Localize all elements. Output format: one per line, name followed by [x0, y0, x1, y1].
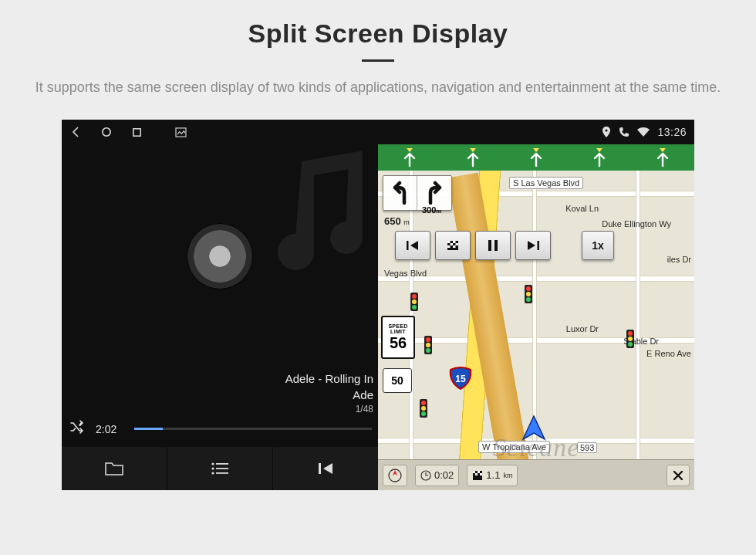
track-index: 1/48 [62, 403, 373, 415]
traffic-light-icon [525, 285, 532, 303]
navigation-panel: S Las Vegas Blvd Koval Ln Duke Ellington… [378, 144, 694, 490]
sim-speed-button[interactable]: 1x [582, 231, 614, 260]
elapsed-time: 2:02 [96, 423, 127, 435]
trip-distance[interactable]: 1.1km [467, 465, 518, 486]
page: Split Screen Display It supports the sam… [0, 0, 756, 555]
current-position-icon [518, 413, 549, 447]
svg-rect-1 [133, 128, 140, 135]
turn-panel: 300m [383, 175, 452, 211]
wifi-icon [637, 127, 650, 137]
record-icon[interactable] [187, 223, 253, 289]
svg-rect-20 [494, 240, 498, 251]
image-icon[interactable] [175, 127, 187, 137]
svg-point-4 [211, 462, 214, 465]
street-num-593: 593 [577, 442, 597, 453]
traffic-light-icon [420, 399, 427, 418]
recent-apps-icon[interactable] [131, 127, 143, 138]
svg-rect-7 [216, 468, 228, 469]
sim-destination-button[interactable] [435, 231, 471, 260]
street-label-luxor: Luxor Dr [563, 323, 602, 334]
svg-rect-18 [453, 245, 456, 248]
progress-row: 2:02 [62, 417, 378, 447]
svg-rect-14 [453, 241, 456, 243]
trip-distance-unit: km [503, 472, 512, 479]
playlist-button[interactable] [167, 447, 273, 490]
location-icon [602, 127, 611, 137]
sim-controls: 1x [395, 231, 614, 260]
progress-bar[interactable] [134, 428, 372, 430]
turn-right-icon: 300m [417, 176, 451, 210]
folder-button[interactable] [62, 447, 167, 490]
svg-rect-5 [216, 463, 228, 465]
sim-pause-button[interactable] [475, 231, 511, 260]
svg-rect-10 [319, 463, 321, 474]
highway-shield: 50 [383, 368, 412, 393]
interstate-shield: 15 [449, 367, 472, 393]
nav-bottom-bar: 0:02 1.1km [378, 459, 694, 490]
speed-limit-sign: SPEED LIMIT 56 [381, 316, 415, 359]
svg-rect-28 [475, 473, 478, 475]
svg-text:15: 15 [455, 374, 466, 384]
svg-rect-26 [473, 471, 475, 473]
svg-rect-29 [480, 473, 482, 475]
lane-arrow-3 [505, 144, 568, 171]
svg-rect-27 [478, 471, 480, 473]
svg-point-3 [606, 129, 608, 131]
device-screen: 13:26 Adele - Rolling In Ade 1/48 [62, 120, 694, 490]
music-panel: Adele - Rolling In Ade 1/48 2:02 [62, 144, 378, 490]
turn-distance-unit: m [436, 208, 441, 215]
back-icon[interactable] [69, 126, 82, 138]
title-underline [362, 59, 394, 62]
lane-arrow-5 [631, 144, 694, 171]
shuffle-icon[interactable] [68, 420, 88, 438]
next-turn-distance: 650 m [384, 215, 410, 227]
speed-limit-value: 56 [390, 334, 407, 351]
home-icon[interactable] [100, 126, 113, 138]
sim-next-button[interactable] [515, 231, 551, 260]
traffic-light-icon [424, 336, 432, 354]
song-title-line1: Adele - Rolling In [62, 371, 373, 387]
music-bottom-bar [62, 447, 378, 490]
svg-rect-21 [538, 241, 540, 250]
status-right: 13:26 [602, 126, 687, 138]
page-subtitle: It supports the same screen display of t… [35, 77, 721, 98]
street-label-koval: Koval Ln [562, 203, 602, 214]
lane-guidance-bar [378, 144, 694, 171]
song-title-line2: Ade [62, 387, 373, 403]
street-label-reno: E Reno Ave [643, 348, 694, 359]
trip-time[interactable]: 0:02 [415, 465, 459, 486]
svg-rect-17 [447, 245, 451, 248]
close-nav-button[interactable] [667, 465, 690, 486]
lane-arrow-4 [568, 144, 631, 171]
street-label-miles: iles Dr [664, 254, 694, 265]
album-area [62, 144, 378, 368]
phone-icon [619, 127, 629, 137]
svg-rect-9 [216, 472, 228, 474]
svg-rect-19 [488, 240, 491, 251]
clock-text: 13:26 [657, 126, 687, 138]
svg-rect-11 [407, 241, 409, 250]
svg-point-0 [103, 128, 110, 136]
svg-rect-13 [447, 241, 451, 243]
song-meta: Adele - Rolling In Ade 1/48 [62, 368, 378, 417]
trip-distance-value: 1.1 [486, 469, 500, 481]
speed-label-bottom: LIMIT [390, 329, 406, 334]
sim-prev-button[interactable] [395, 231, 430, 260]
svg-rect-15 [451, 243, 454, 245]
lane-arrow-2 [441, 144, 505, 171]
lane-arrow-1 [378, 144, 441, 171]
street-label-duke: Duke Ellington Wy [599, 218, 674, 229]
street-label-top: S Las Vegas Blvd [509, 177, 583, 189]
android-nav-icons [69, 126, 187, 138]
compass-button[interactable] [383, 465, 407, 486]
traffic-light-icon [410, 293, 418, 311]
trip-timer-value: 0:02 [434, 469, 454, 481]
previous-track-button[interactable] [273, 447, 378, 490]
street-label-vegas: Vegas Blvd [381, 268, 430, 279]
svg-rect-16 [456, 243, 459, 245]
speed-label-top: SPEED [388, 323, 407, 329]
page-title: Split Screen Display [248, 19, 508, 49]
svg-point-8 [211, 472, 214, 474]
status-bar: 13:26 [62, 120, 694, 144]
music-note-icon [262, 149, 386, 283]
